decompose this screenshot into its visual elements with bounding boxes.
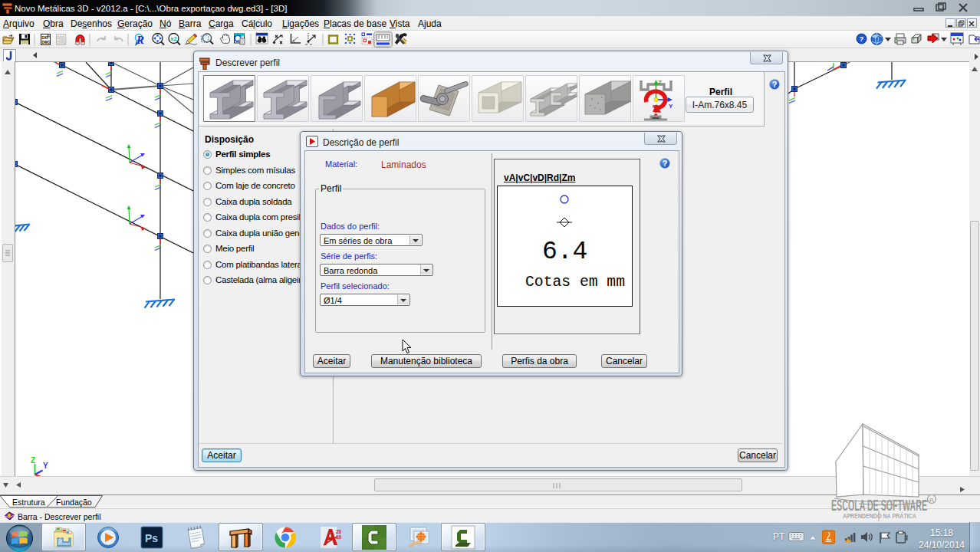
- svg-text:APRENDENDO NA PRÁTICA: APRENDENDO NA PRÁTICA: [843, 512, 916, 520]
- svg-text:Cotas em mm: Cotas em mm: [525, 273, 625, 291]
- svg-text:10: 10: [336, 534, 342, 540]
- svg-text:Z: Z: [658, 79, 662, 86]
- svg-text:Y: Y: [669, 103, 673, 110]
- svg-text:Z: Z: [31, 456, 35, 465]
- svg-text:Ps: Ps: [145, 532, 158, 544]
- svg-text:R: R: [929, 497, 934, 504]
- svg-text:6.4: 6.4: [542, 238, 587, 266]
- svg-text:Y: Y: [43, 462, 48, 470]
- svg-text:20: 20: [336, 529, 342, 534]
